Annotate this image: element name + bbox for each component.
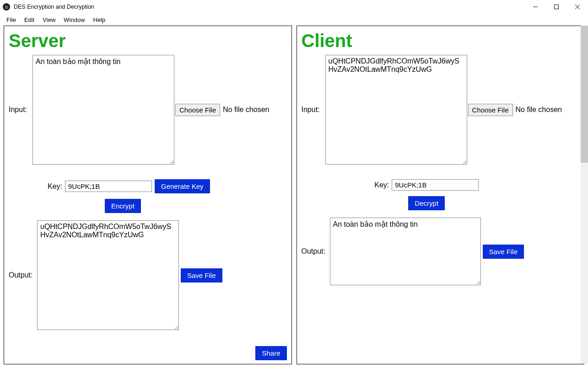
minimize-button[interactable] — [525, 0, 546, 14]
encrypt-button[interactable]: Encrypt — [105, 199, 141, 213]
close-button[interactable] — [567, 0, 588, 14]
client-output-textarea[interactable] — [330, 218, 481, 285]
client-panel: Client Input: Choose File No file chosen… — [297, 26, 585, 364]
maximize-button[interactable] — [546, 0, 567, 14]
client-output-row: Output: Save File — [302, 218, 580, 285]
server-input-label: Input: — [9, 106, 32, 114]
server-choose-file-button[interactable]: Choose File — [175, 104, 220, 116]
scrollbar-thumb[interactable] — [581, 26, 588, 163]
menu-window[interactable]: Window — [60, 16, 88, 24]
client-decrypt-row: Decrypt — [274, 196, 580, 210]
menu-edit[interactable]: Edit — [21, 16, 38, 24]
client-key-row: Key: — [274, 179, 580, 191]
client-input-textarea[interactable] — [325, 55, 467, 165]
app-icon: ⊚ — [3, 3, 10, 11]
server-output-label: Output: — [9, 271, 37, 279]
client-save-file-button[interactable]: Save File — [483, 245, 524, 259]
window-controls — [525, 0, 588, 14]
svg-rect-1 — [555, 5, 559, 9]
server-save-file-button[interactable]: Save File — [181, 268, 222, 283]
client-key-input[interactable] — [392, 179, 479, 191]
decrypt-button[interactable]: Decrypt — [408, 196, 445, 210]
menu-help[interactable]: Help — [90, 16, 109, 24]
server-share-row: Share — [255, 346, 286, 360]
server-title: Server — [9, 31, 287, 51]
server-file-status: No file chosen — [223, 106, 269, 114]
client-output-label: Output: — [302, 247, 330, 256]
vertical-scrollbar[interactable] — [581, 26, 588, 364]
server-input-textarea[interactable]: An toàn bảo mật thông tin — [32, 55, 174, 165]
server-encrypt-row: Encrypt — [9, 199, 287, 213]
titlebar: ⊚ DES Encryption and Decryption — [0, 0, 588, 14]
client-title: Client — [302, 31, 580, 51]
server-key-input[interactable] — [65, 181, 152, 192]
share-button[interactable]: Share — [255, 346, 286, 360]
client-choose-file-button[interactable]: Choose File — [468, 104, 513, 116]
menubar: File Edit View Window Help — [0, 14, 588, 26]
server-key-row: Key: Generate Key — [9, 179, 287, 193]
client-input-row: Input: Choose File No file chosen — [302, 55, 580, 165]
window-title: DES Encryption and Decryption — [14, 4, 94, 10]
server-output-row: Output: Save File — [9, 220, 287, 330]
server-input-row: Input: An toàn bảo mật thông tin Choose … — [9, 55, 287, 165]
server-output-textarea[interactable] — [37, 220, 179, 330]
menu-view[interactable]: View — [39, 16, 59, 24]
menu-file[interactable]: File — [3, 16, 20, 24]
client-file-status: No file chosen — [516, 106, 562, 114]
content-area: Server Input: An toàn bảo mật thông tin … — [0, 26, 588, 368]
client-input-label: Input: — [302, 106, 325, 114]
client-key-label: Key: — [374, 181, 389, 189]
server-key-label: Key: — [48, 182, 62, 191]
server-panel: Server Input: An toàn bảo mật thông tin … — [4, 26, 292, 364]
generate-key-button[interactable]: Generate Key — [155, 179, 210, 193]
